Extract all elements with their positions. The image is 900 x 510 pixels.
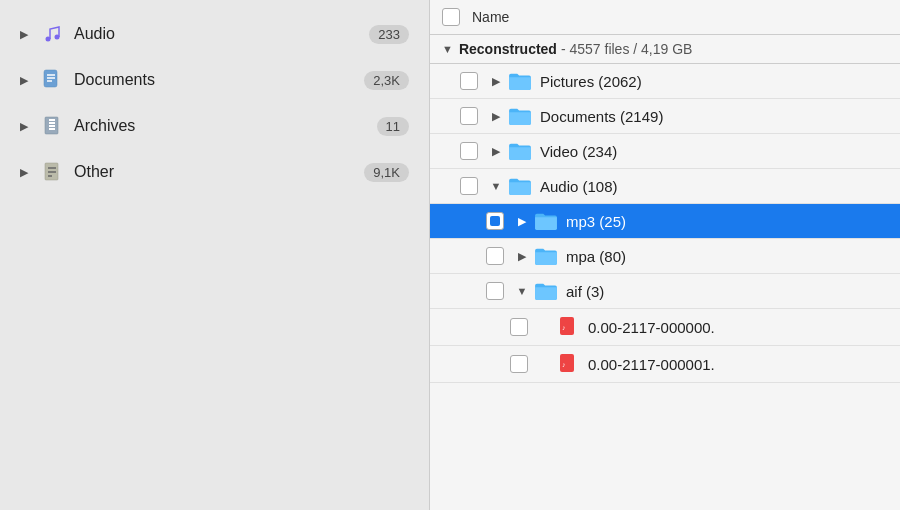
row-checkbox-mp3[interactable] <box>486 212 504 230</box>
chevron-right-icon: ▶ <box>20 74 36 87</box>
folder-icon-mpa <box>534 246 558 266</box>
chevron-down-icon: ▼ <box>514 285 530 297</box>
file-row-file1[interactable]: ♪ 0.00-2117-000000. <box>430 309 900 346</box>
sidebar-item-other[interactable]: ▶ Other 9,1K <box>8 150 421 194</box>
file-label-mp3: mp3 (25) <box>566 213 888 230</box>
folder-icon-documents <box>508 106 532 126</box>
other-icon <box>40 160 64 184</box>
file-label-file2: 0.00-2117-000001. <box>588 356 888 373</box>
sidebar-archives-label: Archives <box>74 117 377 135</box>
chevron-right-icon: ▶ <box>488 145 504 158</box>
sidebar-item-documents[interactable]: ▶ Documents 2,3K <box>8 58 421 102</box>
chevron-right-icon: ▶ <box>20 28 36 41</box>
file-row-video[interactable]: ▶ Video (234) <box>430 134 900 169</box>
column-header: Name <box>430 0 900 35</box>
file-label-pictures: Pictures (2062) <box>540 73 888 90</box>
row-checkbox-file2[interactable] <box>510 355 528 373</box>
file-list: ▶ Pictures (2062) ▶ Documents (2149) <box>430 64 900 510</box>
file-row-audio[interactable]: ▼ Audio (108) <box>430 169 900 204</box>
sidebar: ▶ Audio 233 ▶ Documents 2,3K ▶ <box>0 0 430 510</box>
folder-icon-video <box>508 141 532 161</box>
file-row-file2[interactable]: ♪ 0.00-2117-000001. <box>430 346 900 383</box>
svg-text:♪: ♪ <box>562 361 566 368</box>
file-row-documents[interactable]: ▶ Documents (2149) <box>430 99 900 134</box>
sidebar-item-archives[interactable]: ▶ Archives 11 <box>8 104 421 148</box>
row-checkbox-video[interactable] <box>460 142 478 160</box>
file-row-mp3[interactable]: ▶ mp3 (25) <box>430 204 900 239</box>
reconstructed-info: - 4557 files / 4,19 GB <box>561 41 693 57</box>
row-checkbox-pictures[interactable] <box>460 72 478 90</box>
file-label-aif: aif (3) <box>566 283 888 300</box>
file-label-mpa: mpa (80) <box>566 248 888 265</box>
chevron-right-icon: ▶ <box>20 166 36 179</box>
folder-icon-mp3 <box>534 211 558 231</box>
svg-text:♪: ♪ <box>562 324 566 331</box>
chevron-down-icon: ▼ <box>488 180 504 192</box>
folder-icon-pictures <box>508 71 532 91</box>
chevron-right-icon: ▶ <box>20 120 36 133</box>
chevron-right-icon: ▶ <box>488 110 504 123</box>
sidebar-other-badge: 9,1K <box>364 163 409 182</box>
file-label-documents: Documents (2149) <box>540 108 888 125</box>
file-label-audio: Audio (108) <box>540 178 888 195</box>
svg-point-0 <box>46 37 51 42</box>
reconstructed-row[interactable]: ▼ Reconstructed - 4557 files / 4,19 GB <box>430 35 900 64</box>
row-checkbox-documents[interactable] <box>460 107 478 125</box>
file-label-file1: 0.00-2117-000000. <box>588 319 888 336</box>
row-checkbox-aif[interactable] <box>486 282 504 300</box>
select-all-checkbox[interactable] <box>442 8 460 26</box>
reconstructed-label: Reconstructed <box>459 41 557 57</box>
file-row-pictures[interactable]: ▶ Pictures (2062) <box>430 64 900 99</box>
audio-file-icon-1: ♪ <box>558 316 580 338</box>
row-checkbox-file1[interactable] <box>510 318 528 336</box>
archive-icon <box>40 114 64 138</box>
chevron-right-icon: ▶ <box>488 75 504 88</box>
main-panel: Name ▼ Reconstructed - 4557 files / 4,19… <box>430 0 900 510</box>
folder-icon-audio <box>508 176 532 196</box>
name-column-header: Name <box>472 9 509 25</box>
sidebar-audio-badge: 233 <box>369 25 409 44</box>
file-row-mpa[interactable]: ▶ mpa (80) <box>430 239 900 274</box>
file-label-video: Video (234) <box>540 143 888 160</box>
chevron-down-icon: ▼ <box>442 43 453 55</box>
sidebar-audio-label: Audio <box>74 25 369 43</box>
file-row-aif[interactable]: ▼ aif (3) <box>430 274 900 309</box>
sidebar-other-label: Other <box>74 163 364 181</box>
sidebar-documents-label: Documents <box>74 71 364 89</box>
chevron-right-icon: ▶ <box>514 250 530 263</box>
sidebar-documents-badge: 2,3K <box>364 71 409 90</box>
sidebar-item-audio[interactable]: ▶ Audio 233 <box>8 12 421 56</box>
document-icon <box>40 68 64 92</box>
audio-file-icon-2: ♪ <box>558 353 580 375</box>
sidebar-archives-badge: 11 <box>377 117 409 136</box>
music-icon <box>40 22 64 46</box>
folder-icon-aif <box>534 281 558 301</box>
chevron-right-icon: ▶ <box>514 215 530 228</box>
row-checkbox-mpa[interactable] <box>486 247 504 265</box>
svg-point-1 <box>55 35 60 40</box>
row-checkbox-audio[interactable] <box>460 177 478 195</box>
